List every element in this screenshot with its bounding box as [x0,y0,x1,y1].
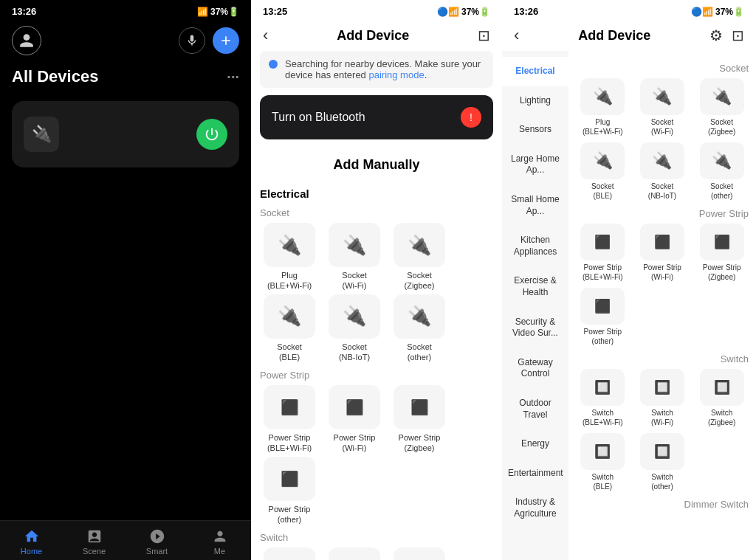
powerstrip-ble-wifi-label: Power Strip(BLE+Wi-Fi) [267,432,312,454]
device-powerstrip-wifi[interactable]: ⬛ Power Strip(Wi-Fi) [325,385,384,454]
device-switch-2[interactable]: 🔲 Switch [325,547,384,560]
rc-ps-zigbee-label: Power Strip(Zigbee) [703,263,741,282]
rc-socket-zigbee[interactable]: 🔌 Socket(Zigbee) [695,78,749,136]
rc-powerstrip-label: Power Strip [576,208,749,219]
settings-icon[interactable]: ⚙ [709,27,723,44]
rc-switch-zigbee[interactable]: 🔲 Switch(Zigbee) [695,369,749,427]
panel3-content: Electrical Lighting Sensors Large Home A… [502,51,756,560]
rc-ps-zigbee[interactable]: ⬛ Power Strip(Zigbee) [695,224,749,282]
rc-plug-ble-wifi[interactable]: 🔌 Plug(BLE+Wi-Fi) [576,78,630,136]
socket-wifi-icon: 🔌 [329,223,380,267]
socket-grid-1: 🔌 Plug(BLE+Wi-Fi) 🔌 Socket(Wi-Fi) 🔌 Sock… [260,223,493,291]
rc-socket-other-label: Socket(other) [710,182,733,201]
sidebar-entertainment[interactable]: Entertainment [502,459,568,488]
device-switch-1[interactable]: 🔲 Switch [260,547,319,560]
sidebar-small-home[interactable]: Small Home Ap... [502,185,568,226]
sidebar-large-home[interactable]: Large Home Ap... [502,145,568,185]
rc-switch-ble-icon: 🔲 [580,433,625,470]
rc-ps-wifi[interactable]: ⬛ Power Strip(Wi-Fi) [636,224,690,282]
rc-switch-other-label: Switch(other) [651,472,673,491]
nav-smart[interactable]: Smart [126,521,188,560]
power-button[interactable] [196,119,227,150]
category-electrical: Electrical [260,187,493,200]
search-hint: Searching for nearby devices. Make sure … [260,51,493,88]
device-icon: 🔌 [24,117,59,152]
expand-button-2[interactable]: ⊡ [478,27,490,44]
device-socket-other[interactable]: 🔌 Socket(other) [390,294,449,363]
top-bar-1 [0,20,251,61]
device-socket-zigbee[interactable]: 🔌 Socket(Zigbee) [390,223,449,291]
device-switch-3[interactable]: 🔲 Switch [390,547,449,560]
rc-socket-other[interactable]: 🔌 Socket(other) [695,142,749,201]
rc-switch-other[interactable]: 🔲 Switch(other) [636,433,690,491]
device-socket-ble[interactable]: 🔌 Socket(BLE) [260,294,319,363]
rc-ps-wifi-icon: ⬛ [640,224,684,260]
device-powerstrip-other[interactable]: ⬛ Power Strip(other) [260,457,319,525]
panel3-title: Add Device [578,28,650,44]
rc-socket-nbiot[interactable]: 🔌 Socket(NB-IoT) [636,142,690,201]
status-bar-3: 13:26 🔵📶 37%🔋 [502,0,756,20]
sidebar-energy[interactable]: Energy [502,429,568,459]
sidebar-gateway[interactable]: Gateway Control [502,348,568,389]
nav-home[interactable]: Home [0,521,63,560]
mic-button[interactable] [179,27,205,54]
rc-powerstrip-grid: ⬛ Power Strip(BLE+Wi-Fi) ⬛ Power Strip(W… [576,224,749,346]
rc-switch-wifi[interactable]: 🔲 Switch(Wi-Fi) [636,369,690,427]
panel2-title: Add Device [337,28,409,44]
nav-scene[interactable]: Scene [63,521,126,560]
rc-ps-other-icon: ⬛ [580,288,625,325]
pairing-mode-link[interactable]: pairing mode [368,69,424,80]
device-socket-wifi[interactable]: 🔌 Socket(Wi-Fi) [325,223,384,291]
bluetooth-label: Turn on Bluetooth [272,111,365,124]
switch-3-icon: 🔲 [394,547,445,560]
rc-socket-ble[interactable]: 🔌 Socket(BLE) [576,142,630,201]
add-button[interactable] [213,27,239,54]
rc-switch-ble-wifi[interactable]: 🔲 Switch(BLE+Wi-Fi) [576,369,630,427]
back-button-2[interactable]: ‹ [263,26,268,45]
powerstrip-grid-2: ⬛ Power Strip(other) [260,457,493,525]
sidebar-electrical[interactable]: Electrical [502,57,568,86]
sidebar-lighting[interactable]: Lighting [502,86,568,116]
rc-ps-other[interactable]: ⬛ Power Strip(other) [576,288,630,346]
back-button-3[interactable]: ‹ [514,26,519,45]
all-devices-title: All Devices ··· [0,61,251,92]
rc-socket-wifi[interactable]: 🔌 Socket(Wi-Fi) [636,78,690,136]
device-card[interactable]: 🔌 [12,101,239,167]
sidebar-outdoor[interactable]: Outdoor Travel [502,389,568,429]
status-bar-1: 13:26 📶 37%🔋 [0,0,251,20]
rc-switch-ble[interactable]: 🔲 Switch(BLE) [576,433,630,491]
rc-switch-other-icon: 🔲 [640,433,684,470]
status-icons-1: 📶 37%🔋 [197,7,239,17]
rc-ps-wifi-label: Power Strip(Wi-Fi) [643,263,681,282]
expand-icon[interactable]: ⊡ [732,27,744,44]
sidebar-kitchen[interactable]: Kitchen Appliances [502,226,568,266]
bluetooth-icon: ! [461,107,481,128]
rc-dimmer-label: Dimmer Switch [576,499,749,510]
device-powerstrip-ble-wifi[interactable]: ⬛ Power Strip(BLE+Wi-Fi) [260,385,319,454]
status-3-icons: 🔵📶 37%🔋 [691,7,744,17]
sidebar-security[interactable]: Security & Video Sur... [502,308,568,348]
socket-nbiot-label: Socket(NB-IoT) [339,342,370,363]
avatar[interactable] [12,26,41,55]
device-socket-nbiot[interactable]: 🔌 Socket(NB-IoT) [325,294,384,363]
rc-ps-ble-wifi[interactable]: ⬛ Power Strip(BLE+Wi-Fi) [576,224,630,282]
sidebar-industry[interactable]: Industry & Agriculture [502,488,568,528]
more-options-button[interactable]: ··· [227,69,239,86]
right-content: Socket 🔌 Plug(BLE+Wi-Fi) 🔌 Socket(Wi-Fi)… [568,51,756,560]
device-plug-ble-wifi[interactable]: 🔌 Plug(BLE+Wi-Fi) [260,223,319,291]
socket-ble-label: Socket(BLE) [277,342,302,363]
device-powerstrip-zigbee[interactable]: ⬛ Power Strip(Zigbee) [390,385,449,454]
nav-me[interactable]: Me [188,521,251,560]
socket-other-label: Socket(other) [407,342,432,363]
sidebar-exercise[interactable]: Exercise & Health [502,266,568,307]
panel3-header: ‹ Add Device ⚙ ⊡ [502,20,756,51]
rc-switch-ble-wifi-icon: 🔲 [580,369,625,406]
hint-text: Searching for nearby devices. Make sure … [285,58,484,80]
sidebar-sensors[interactable]: Sensors [502,115,568,145]
rc-switch-grid: 🔲 Switch(BLE+Wi-Fi) 🔲 Switch(Wi-Fi) 🔲 Sw… [576,369,749,491]
bluetooth-box[interactable]: Turn on Bluetooth ! [260,95,493,139]
rc-switch-zigbee-label: Switch(Zigbee) [708,408,735,427]
sub-switch: Switch [260,532,493,543]
status-icons-3: 🔵📶 37%🔋 [691,7,744,17]
switch-2-icon: 🔲 [329,547,380,560]
